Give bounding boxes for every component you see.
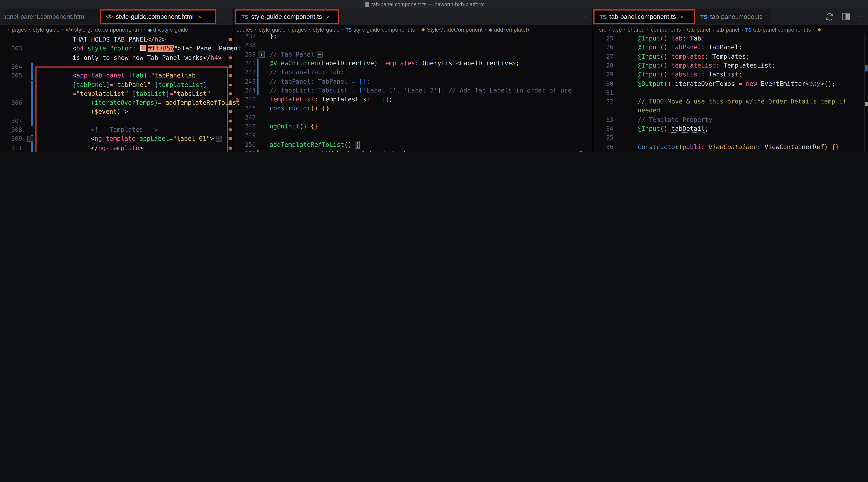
- tab-tab-panel.component.ts[interactable]: TStab-panel.component.ts×: [593, 9, 695, 24]
- breadcrumb-separator: ›: [288, 27, 289, 32]
- breadcrumb-item[interactable]: tab-panel: [716, 27, 739, 33]
- code-line: @Input() tab: Tab;: [638, 34, 705, 43]
- tab-label: style-guide.component.ts: [251, 13, 322, 20]
- color-swatch-icon: [140, 45, 146, 51]
- vscode-window: tab-panel.component.ts — haworth-b2b-pla…: [0, 0, 868, 152]
- tab-panel-parent.component.html[interactable]: panel-parent.component.html: [4, 9, 100, 24]
- mth-breadcrumb-icon: ◈: [489, 27, 492, 32]
- gutter-modified-bar: [31, 62, 33, 71]
- overview-ruler-mark: [229, 147, 232, 149]
- code-line: is only to show how Tab Panel works</h4>: [72, 54, 222, 63]
- fold-icon[interactable]: +: [27, 136, 33, 142]
- line-number: 26: [593, 43, 613, 52]
- breadcrumb-item[interactable]: StyleGuideComponent: [427, 27, 483, 33]
- ts-breadcrumb-icon: TS: [346, 27, 352, 32]
- code-line: <app-tab-panel [tab]="tabPaneltab": [72, 71, 199, 81]
- breadcrumb-separator: ›: [683, 27, 685, 32]
- more-tabs-icon[interactable]: ···: [219, 13, 228, 21]
- line-number: 28: [593, 61, 613, 70]
- breadcrumb-separator: ›: [609, 27, 610, 32]
- window-title: tab-panel.component.ts — haworth-b2b-pla…: [365, 1, 485, 7]
- line-number: 238: [235, 41, 256, 50]
- breadcrumb-item[interactable]: style-guide: [313, 27, 339, 33]
- line-number: 32: [593, 97, 613, 107]
- line-number: 241: [235, 59, 256, 68]
- breadcrumb-separator: ›: [742, 27, 743, 32]
- close-tab-icon[interactable]: ×: [680, 13, 684, 20]
- pane-divider[interactable]: [233, 8, 234, 152]
- ts-file-icon: TS: [241, 13, 249, 20]
- breadcrumb-item[interactable]: div.style-guide: [153, 27, 188, 33]
- breadcrumb-item[interactable]: pages: [12, 27, 27, 33]
- sync-changes-icon[interactable]: [825, 12, 834, 22]
- overview-ruler-mark: [229, 138, 232, 140]
- breadcrumb-item[interactable]: addTemplateR: [494, 27, 530, 33]
- html-breadcrumb-icon: </>: [66, 27, 72, 32]
- breadcrumb-item[interactable]: style-guide.component.html: [74, 27, 142, 33]
- folded-region-badge: ⋯: [317, 51, 322, 57]
- tab-label: tab-panel.component.ts: [609, 13, 676, 20]
- breadcrumb[interactable]: odules›style-guide›pages›style-guide›TSs…: [236, 25, 588, 34]
- breadcrumb-item[interactable]: shared: [628, 27, 645, 33]
- line-number: 27: [593, 52, 613, 61]
- breadcrumb-separator: ›: [485, 27, 487, 32]
- breadcrumb-item[interactable]: style-guide.component.ts: [353, 27, 415, 33]
- breadcrumb-item[interactable]: style-guide: [33, 27, 60, 33]
- close-tab-icon[interactable]: ×: [198, 13, 202, 20]
- code-line: @Input() tabsList: TabsList;: [638, 70, 742, 80]
- code-line: // tabPanel: TabPanel = [];: [270, 77, 370, 86]
- breadcrumb-separator: ›: [62, 27, 63, 32]
- close-tab-icon[interactable]: ×: [327, 13, 330, 20]
- breadcrumb-separator: ›: [29, 27, 31, 32]
- gutter-modified-bar: [257, 77, 258, 86]
- gutter-modified-bar: [31, 117, 33, 126]
- gutter-modified-bar: [257, 68, 258, 77]
- gutter-modified-bar: [31, 144, 33, 152]
- breadcrumb[interactable]: src›app›shared›components›tab-panel›tab-…: [599, 25, 867, 34]
- overview-ruler-mark: [864, 102, 868, 106]
- fold-icon[interactable]: +: [258, 51, 265, 57]
- line-number: 305: [0, 71, 22, 81]
- code-line: constructor() {}: [270, 104, 329, 114]
- ts-breadcrumb-icon: TS: [745, 27, 751, 32]
- pane-divider[interactable]: [592, 8, 593, 152]
- breadcrumb-item[interactable]: components: [651, 27, 681, 33]
- breadcrumb-item[interactable]: tab-panel.component.ts: [753, 27, 811, 33]
- breadcrumb-item[interactable]: pages: [292, 27, 307, 33]
- breadcrumb-item[interactable]: style-guide: [259, 27, 285, 33]
- line-number: 237: [235, 32, 256, 41]
- code-line: @Input() templates: Templates;: [638, 52, 749, 61]
- code-line: <ng-template appLabel="label 01">⋯: [91, 135, 222, 144]
- code-line: </ng-template>: [91, 144, 143, 152]
- breadcrumb-item[interactable]: app: [613, 27, 622, 33]
- tab-style-guide.component.html[interactable]: </>style-guide.component.html×: [100, 9, 216, 24]
- breadcrumb-separator: ›: [813, 27, 815, 32]
- breadcrumb[interactable]: ›pages›style-guide›</>style-guide.compon…: [6, 25, 230, 34]
- line-number: 29: [593, 70, 613, 80]
- code-line: needed: [638, 107, 660, 116]
- line-number: 311: [0, 144, 22, 152]
- breadcrumb-item[interactable]: odules: [236, 27, 253, 33]
- more-tabs-icon[interactable]: ···: [579, 13, 587, 21]
- code-line: // Template Property: [638, 116, 712, 125]
- code-line: constructor(public viewContainer: ViewCo…: [638, 143, 839, 152]
- line-number: 34: [593, 125, 613, 134]
- line-number: 246: [235, 104, 256, 114]
- tab-style-guide.component.ts[interactable]: TSstyle-guide.component.ts×: [235, 9, 339, 24]
- gutter-modified-bar: [31, 90, 33, 99]
- gutter-modified-bar: [31, 81, 33, 90]
- code-line: <h4 style="color: #ff7856">Tab Panel Par…: [72, 44, 241, 54]
- code-line: (iterateOverTemps)="addTemplateRefToList: [91, 99, 240, 108]
- gutter-modified-bar: [31, 99, 33, 108]
- tab-tab-panel.model.ts[interactable]: TStab-panel.model.ts: [695, 9, 771, 24]
- more-actions-icon[interactable]: ···: [858, 13, 866, 21]
- tab-label: style-guide.component.html: [116, 13, 193, 20]
- breadcrumb-item[interactable]: tab-panel: [687, 27, 710, 33]
- line-number: 239: [235, 50, 256, 59]
- split-editor-icon[interactable]: [841, 13, 850, 21]
- breadcrumb-item[interactable]: src: [599, 27, 606, 33]
- code-line: @ViewChildren(LabelDirective) templates:…: [270, 59, 519, 68]
- code-line: };: [270, 32, 277, 41]
- code-line: ($event)">: [91, 108, 128, 117]
- line-number: 247: [235, 114, 256, 122]
